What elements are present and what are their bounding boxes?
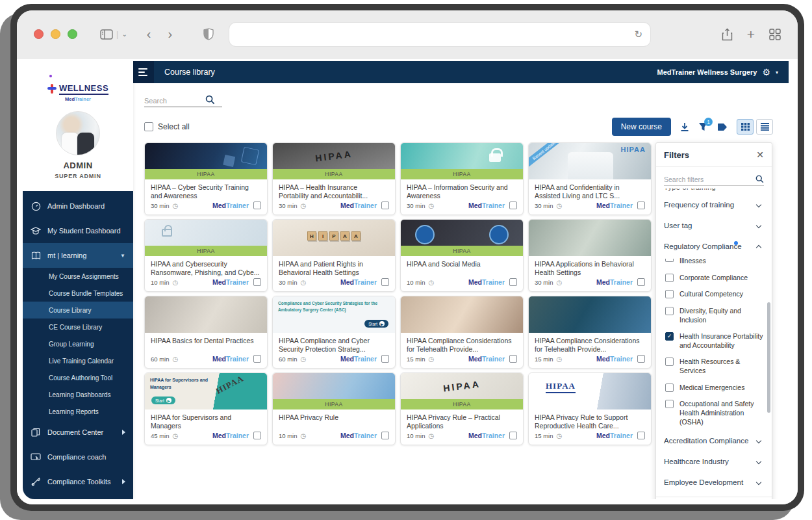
submenu-learning-dashboards[interactable]: Learning Dashboards xyxy=(23,386,133,403)
checkbox[interactable] xyxy=(665,307,674,315)
course-card[interactable]: HIPAA HIPAA and Social Media 10 min◷ Med… xyxy=(400,219,524,292)
filter-option[interactable]: Occupational and Safety Health Administr… xyxy=(664,396,764,430)
checkbox-checked[interactable]: ✓ xyxy=(665,332,674,341)
select-all-checkbox[interactable] xyxy=(144,122,153,131)
course-card[interactable]: HIPAA Compliance Considerations for Tele… xyxy=(528,296,652,369)
course-checkbox[interactable] xyxy=(637,202,645,209)
course-checkbox[interactable] xyxy=(637,432,645,439)
search-icon[interactable] xyxy=(755,175,764,183)
submenu-learning-reports[interactable]: Learning Reports xyxy=(23,403,133,420)
course-checkbox[interactable] xyxy=(509,202,517,209)
course-card[interactable]: HIPAA HIPAA HIPAA Privacy Rule – Practic… xyxy=(400,372,524,445)
filter-icon[interactable]: 1 xyxy=(698,122,708,131)
filter-option[interactable]: Medical Emergencies xyxy=(664,380,764,396)
course-card[interactable]: HIPAA HIPAA Privacy Rule to Support Repr… xyxy=(528,372,652,445)
filter-option[interactable]: Health Resources & Services xyxy=(664,354,764,379)
share-icon[interactable] xyxy=(722,28,733,41)
course-card[interactable]: HIPAA for Supervisors and Managers HIPAA… xyxy=(144,372,268,445)
address-bar[interactable]: ↻ xyxy=(229,23,650,46)
filter-section-frequency[interactable]: Frequency of training xyxy=(664,194,764,215)
sidebar-item-sds-management[interactable]: SDS Management xyxy=(23,494,133,499)
course-checkbox[interactable] xyxy=(637,278,645,286)
filter-option[interactable]: Illnesses xyxy=(664,257,764,270)
course-card[interactable]: HIPAA HIPAA HIPAA – Health Insurance Por… xyxy=(272,142,396,215)
sidebar-item-admin-dashboard[interactable]: Admin Dashboard xyxy=(23,194,133,218)
course-checkbox[interactable] xyxy=(381,355,389,363)
tab-overview-icon[interactable] xyxy=(769,29,781,40)
new-tab-icon[interactable]: + xyxy=(747,27,755,42)
course-card[interactable]: HIPAA Recent update HIPAA and Confidenti… xyxy=(528,142,652,215)
new-course-button[interactable]: New course xyxy=(612,118,671,136)
filter-option[interactable]: ✓ Health Insurance Portability and Accou… xyxy=(664,328,764,354)
privacy-shield-icon[interactable] xyxy=(203,28,214,40)
filter-section-employee-development[interactable]: Employee Development xyxy=(664,472,764,493)
menu-icon[interactable] xyxy=(133,61,154,83)
search-input[interactable] xyxy=(144,97,200,105)
sidebar-item-document-center[interactable]: Document Center xyxy=(23,420,133,445)
zoom-window-button[interactable] xyxy=(68,29,77,39)
course-checkbox[interactable] xyxy=(253,432,261,439)
grid-view-button[interactable] xyxy=(737,119,754,135)
course-checkbox[interactable] xyxy=(253,278,261,286)
download-icon[interactable] xyxy=(680,122,689,132)
filter-section-user-tag[interactable]: User tag xyxy=(664,215,764,236)
course-checkbox[interactable] xyxy=(381,432,389,439)
minimize-window-button[interactable] xyxy=(51,29,60,39)
list-view-button[interactable] xyxy=(756,119,773,135)
filter-search-input[interactable] xyxy=(664,176,755,183)
sidebar-item-student-dashboard[interactable]: My Student Dashboard xyxy=(23,218,133,243)
tag-icon[interactable] xyxy=(717,123,728,131)
sidebar-chevron-icon[interactable]: ⌄ xyxy=(121,31,127,38)
filter-option[interactable]: Corporate Compliance xyxy=(664,270,764,287)
filter-section-cutoff[interactable]: Type of training xyxy=(664,188,764,194)
course-checkbox[interactable] xyxy=(509,355,517,363)
checkbox[interactable] xyxy=(665,274,674,282)
submenu-live-training-calendar[interactable]: Live Training Calendar xyxy=(23,352,133,369)
sidebar-item-compliance-coach[interactable]: Compliance coach xyxy=(23,445,133,469)
submenu-my-course-assignments[interactable]: My Course Assignments xyxy=(23,268,133,285)
gear-icon[interactable]: ⚙ xyxy=(762,68,770,77)
sidebar-toggle-icon[interactable] xyxy=(100,29,113,40)
submenu-group-learning[interactable]: Group Learning xyxy=(23,335,133,352)
submenu-course-library[interactable]: Course Library xyxy=(23,302,133,318)
course-card[interactable]: HIPAA HIPAA and Cybersecurity Ransomware… xyxy=(144,219,268,292)
filter-option[interactable]: Diversity, Equity and Inclusion xyxy=(664,303,764,328)
back-icon[interactable]: ‹ xyxy=(147,27,151,42)
course-card[interactable]: HIPAA HIPAA Privacy Rule 10 min◷ MedTrai… xyxy=(272,372,396,445)
filter-section-accreditation[interactable]: Accreditation Compliance xyxy=(664,430,764,451)
checkbox-cutoff[interactable] xyxy=(665,259,674,262)
reload-icon[interactable]: ↻ xyxy=(635,29,643,40)
submenu-course-bundle-templates[interactable]: Course Bundle Templates xyxy=(23,285,133,302)
checkbox[interactable] xyxy=(665,384,674,392)
checkbox[interactable] xyxy=(665,358,674,366)
course-card[interactable]: HIPAA HIPAA – Cyber Security Training an… xyxy=(144,142,268,215)
course-checkbox[interactable] xyxy=(509,278,517,286)
checkbox[interactable] xyxy=(665,290,674,298)
course-checkbox[interactable] xyxy=(253,202,261,209)
select-all[interactable]: Select all xyxy=(144,122,190,131)
course-card[interactable]: HIPAA HIPAA and Patient Rights in Behavi… xyxy=(272,219,396,292)
filter-option[interactable]: Cultural Competency xyxy=(664,286,764,303)
course-card[interactable]: HIPAA HIPAA – Information Security and A… xyxy=(400,142,524,215)
course-checkbox[interactable] xyxy=(637,355,645,363)
course-card[interactable]: HIPAA Basics for Dental Practices 60 min… xyxy=(144,296,268,369)
course-checkbox[interactable] xyxy=(381,202,389,209)
course-card[interactable]: Compliance and Cyber Security Strategies… xyxy=(272,296,396,369)
course-card[interactable]: HIPAA Applications in Behavioral Health … xyxy=(528,219,652,292)
filter-section-healthcare-industry[interactable]: Healthcare Industry xyxy=(664,451,764,472)
course-checkbox[interactable] xyxy=(253,355,261,363)
submenu-course-authoring-tool[interactable]: Course Authoring Tool xyxy=(23,369,133,386)
filter-section-regulatory-compliance[interactable]: Regulatory Compliance xyxy=(664,236,764,257)
chevron-down-icon[interactable]: ▾ xyxy=(776,70,778,75)
sidebar-item-mt-learning[interactable]: mt | learning ▼ xyxy=(23,243,133,268)
filters-scrollbar[interactable] xyxy=(767,302,770,413)
search-icon[interactable] xyxy=(205,95,215,105)
checkbox[interactable] xyxy=(665,400,674,408)
close-icon[interactable]: ✕ xyxy=(756,150,764,160)
close-window-button[interactable] xyxy=(34,29,44,39)
sidebar-item-compliance-toolkits[interactable]: Compliance Toolkits xyxy=(23,469,133,494)
course-checkbox[interactable] xyxy=(381,278,389,286)
submenu-ce-course-library[interactable]: CE Course Library xyxy=(23,318,133,335)
course-checkbox[interactable] xyxy=(509,432,517,439)
course-card[interactable]: HIPAA Compliance Considerations for Tele… xyxy=(400,296,524,369)
